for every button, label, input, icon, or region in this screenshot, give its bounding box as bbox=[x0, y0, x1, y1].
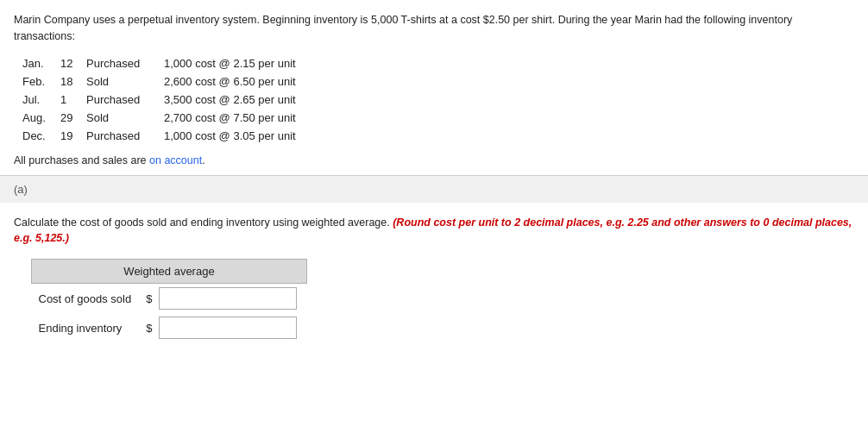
intro-text: Marin Company uses a perpetual inventory… bbox=[14, 12, 854, 45]
wa-row-label-1: Ending inventory bbox=[32, 313, 140, 342]
transaction-month: Dec. bbox=[22, 129, 60, 142]
wa-table-row: Ending inventory $ bbox=[32, 313, 307, 342]
transaction-row: Feb. 18 Sold 2,600 cost @ 6.50 per unit bbox=[22, 75, 854, 88]
purchases-note-before: All purchases and sales are bbox=[14, 154, 149, 166]
transaction-month: Feb. bbox=[22, 75, 60, 88]
purchases-note: All purchases and sales are on account. bbox=[14, 154, 854, 166]
transaction-type: Sold bbox=[86, 75, 164, 88]
transaction-day: 12 bbox=[60, 57, 86, 70]
top-section: Marin Company uses a perpetual inventory… bbox=[0, 0, 868, 175]
wa-input-cell-0[interactable] bbox=[155, 284, 306, 314]
wa-input-cell-1[interactable] bbox=[155, 313, 306, 342]
transaction-type: Purchased bbox=[86, 57, 164, 70]
purchases-note-after: . bbox=[202, 154, 204, 166]
wa-input-1[interactable] bbox=[159, 317, 297, 339]
transaction-month: Jul. bbox=[22, 93, 60, 106]
transaction-detail: 1,000 cost @ 3.05 per unit bbox=[164, 129, 296, 142]
wa-table-header: Weighted average bbox=[32, 260, 307, 284]
transaction-type: Purchased bbox=[86, 93, 164, 106]
wa-table-row: Cost of goods sold $ bbox=[32, 284, 307, 314]
weighted-average-table: Weighted average Cost of goods sold $ En… bbox=[31, 259, 307, 342]
transaction-detail: 1,000 cost @ 2.15 per unit bbox=[164, 57, 296, 70]
transactions-table: Jan. 12 Purchased 1,000 cost @ 2.15 per … bbox=[22, 57, 854, 142]
transaction-month: Jan. bbox=[22, 57, 60, 70]
transaction-type: Purchased bbox=[86, 129, 164, 142]
transaction-row: Aug. 29 Sold 2,700 cost @ 7.50 per unit bbox=[22, 111, 854, 124]
transaction-detail: 2,600 cost @ 6.50 per unit bbox=[164, 75, 296, 88]
instruction-normal: Calculate the cost of goods sold and end… bbox=[14, 216, 393, 229]
transaction-day: 29 bbox=[60, 111, 86, 124]
instruction-text: Calculate the cost of goods sold and end… bbox=[14, 215, 854, 248]
wa-dollar-sign-0: $ bbox=[139, 284, 155, 314]
section-a-label: (a) bbox=[14, 183, 28, 196]
section-a-header: (a) bbox=[0, 176, 868, 203]
wa-dollar-sign-1: $ bbox=[139, 313, 155, 342]
wa-input-0[interactable] bbox=[159, 287, 297, 310]
transaction-day: 19 bbox=[60, 129, 86, 142]
transaction-day: 1 bbox=[60, 93, 86, 106]
transaction-detail: 3,500 cost @ 2.65 per unit bbox=[164, 93, 296, 106]
section-a-body: Calculate the cost of goods sold and end… bbox=[0, 203, 868, 355]
transaction-type: Sold bbox=[86, 111, 164, 124]
transaction-day: 18 bbox=[60, 75, 86, 88]
transaction-row: Jan. 12 Purchased 1,000 cost @ 2.15 per … bbox=[22, 57, 854, 70]
transaction-detail: 2,700 cost @ 7.50 per unit bbox=[164, 111, 296, 124]
on-account-link: on account bbox=[149, 154, 202, 166]
wa-row-label-0: Cost of goods sold bbox=[32, 284, 140, 314]
transaction-row: Dec. 19 Purchased 1,000 cost @ 3.05 per … bbox=[22, 129, 854, 142]
transaction-month: Aug. bbox=[22, 111, 60, 124]
transaction-row: Jul. 1 Purchased 3,500 cost @ 2.65 per u… bbox=[22, 93, 854, 106]
